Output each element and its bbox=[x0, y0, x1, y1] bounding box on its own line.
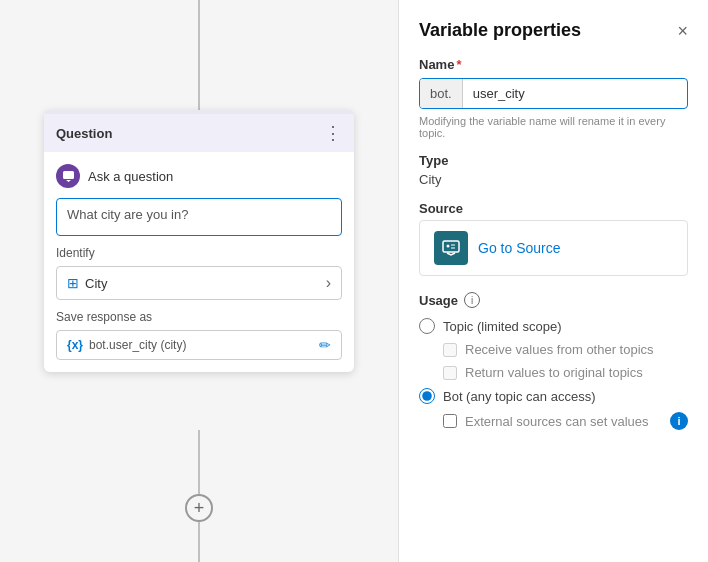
radio-topic-label: Topic (limited scope) bbox=[443, 319, 562, 334]
source-link[interactable]: Go to Source bbox=[478, 240, 561, 256]
svg-rect-0 bbox=[63, 171, 74, 179]
panel-header: Variable properties × bbox=[419, 20, 688, 41]
radio-bot-option[interactable]: Bot (any topic can access) bbox=[419, 388, 688, 404]
type-value: City bbox=[419, 172, 688, 187]
name-prefix: bot. bbox=[420, 79, 463, 108]
radio-topic[interactable] bbox=[419, 318, 435, 334]
question-card: Question ⋮ Ask a question What city are … bbox=[44, 110, 354, 372]
name-input-row[interactable]: bot. user_city bbox=[419, 78, 688, 109]
checkbox-external[interactable] bbox=[443, 414, 457, 428]
name-hint: Modifying the variable name will rename … bbox=[419, 115, 688, 139]
variable-icon: {x} bbox=[67, 338, 83, 352]
name-value: user_city bbox=[463, 79, 687, 108]
identify-label: Identify bbox=[56, 246, 342, 260]
card-title: Question bbox=[56, 126, 112, 141]
svg-point-2 bbox=[447, 245, 450, 248]
ask-label: Ask a question bbox=[88, 169, 173, 184]
canvas-area: Question ⋮ Ask a question What city are … bbox=[0, 0, 398, 562]
save-value: bot.user_city (city) bbox=[89, 338, 186, 352]
variable-properties-panel: Variable properties × Name* bot. user_ci… bbox=[398, 0, 708, 562]
identify-box-left: ⊞ City bbox=[67, 275, 107, 291]
radio-bot-label: Bot (any topic can access) bbox=[443, 389, 595, 404]
sub-return-option[interactable]: Return values to original topics bbox=[443, 365, 688, 380]
external-left[interactable]: External sources can set values bbox=[443, 414, 649, 429]
usage-info-icon[interactable]: i bbox=[464, 292, 480, 308]
identify-value: City bbox=[85, 276, 107, 291]
card-menu-icon[interactable]: ⋮ bbox=[324, 122, 342, 144]
edit-icon[interactable]: ✏ bbox=[319, 337, 331, 353]
external-label: External sources can set values bbox=[465, 414, 649, 429]
external-row: External sources can set values i bbox=[443, 412, 688, 430]
save-response-box: {x} bot.user_city (city) ✏ bbox=[56, 330, 342, 360]
ask-section: Ask a question bbox=[56, 164, 342, 188]
card-body: Ask a question What city are you in? Ide… bbox=[44, 152, 354, 372]
source-label: Source bbox=[419, 201, 688, 216]
source-icon bbox=[434, 231, 468, 265]
chevron-right-icon: › bbox=[326, 274, 331, 292]
required-star: * bbox=[456, 57, 461, 72]
name-label: Name* bbox=[419, 57, 688, 72]
checkbox-receive[interactable] bbox=[443, 343, 457, 357]
save-label: Save response as bbox=[56, 310, 342, 324]
radio-bot[interactable] bbox=[419, 388, 435, 404]
checkbox-receive-label: Receive values from other topics bbox=[465, 342, 654, 357]
identify-box[interactable]: ⊞ City › bbox=[56, 266, 342, 300]
close-panel-button[interactable]: × bbox=[677, 22, 688, 40]
question-input[interactable]: What city are you in? bbox=[56, 198, 342, 236]
ask-icon bbox=[56, 164, 80, 188]
svg-rect-1 bbox=[443, 241, 459, 252]
connector-top bbox=[198, 0, 200, 120]
source-box[interactable]: Go to Source bbox=[419, 220, 688, 276]
sub-receive-option[interactable]: Receive values from other topics bbox=[443, 342, 688, 357]
grid-icon: ⊞ bbox=[67, 275, 79, 291]
add-node-button[interactable]: + bbox=[185, 494, 213, 522]
checkbox-return-label: Return values to original topics bbox=[465, 365, 643, 380]
usage-title: Usage bbox=[419, 293, 458, 308]
card-header: Question ⋮ bbox=[44, 114, 354, 152]
type-label: Type bbox=[419, 153, 688, 168]
radio-topic-option[interactable]: Topic (limited scope) bbox=[419, 318, 688, 334]
external-info-icon[interactable]: i bbox=[670, 412, 688, 430]
usage-header: Usage i bbox=[419, 292, 688, 308]
panel-title: Variable properties bbox=[419, 20, 581, 41]
checkbox-return[interactable] bbox=[443, 366, 457, 380]
